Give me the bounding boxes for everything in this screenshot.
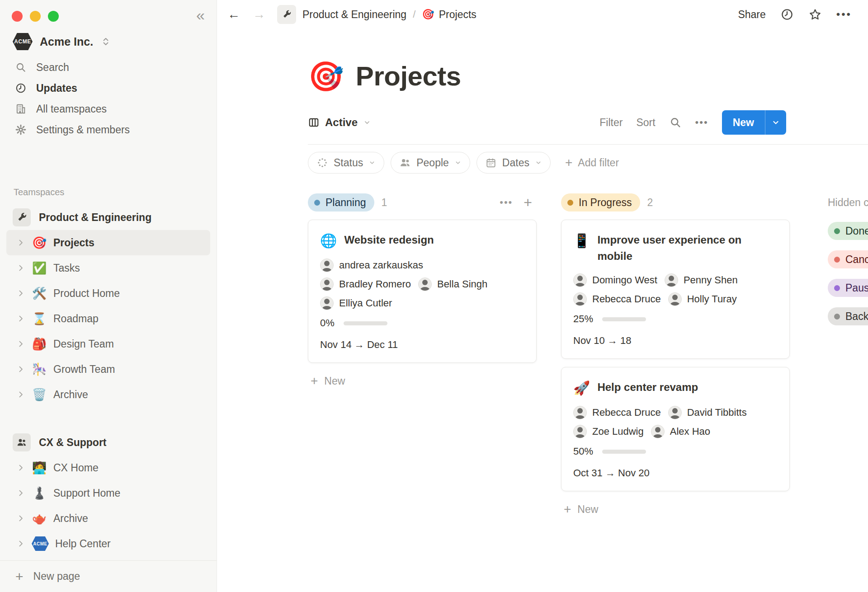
sidebar-item-cx-home[interactable]: 🧑‍💻 CX Home <box>6 455 210 480</box>
sidebar-teamspace-cx-support[interactable]: CX & Support <box>0 430 217 455</box>
close-window-button[interactable] <box>12 11 23 22</box>
chevron-right-icon[interactable] <box>16 263 25 273</box>
sidebar-item-archive-product[interactable]: 🗑️ Archive <box>6 382 210 407</box>
project-card-help-center-revamp[interactable]: 🚀 Help center revamp Rebecca Druce David… <box>561 367 790 491</box>
history-clock-icon[interactable] <box>780 8 794 21</box>
sidebar-item-updates[interactable]: Updates <box>0 78 217 99</box>
project-card-improve-mobile-ux[interactable]: 📱 Improve user experience on mobile Domi… <box>561 220 790 359</box>
sidebar-teamspace-product-engineering[interactable]: Product & Engineering <box>0 205 217 230</box>
view-tab-active[interactable]: Active <box>308 116 371 129</box>
page-title-emoji[interactable]: 🎯 <box>308 62 344 91</box>
sidebar-item-tasks[interactable]: ✅ Tasks <box>6 255 210 281</box>
column-add-icon[interactable]: + <box>524 195 532 210</box>
person[interactable]: Elliya Cutler <box>320 296 392 310</box>
sidebar-collapse-icon[interactable]: « <box>196 7 205 23</box>
sidebar-item-design-team[interactable]: 🎒 Design Team <box>6 331 210 357</box>
workspace-switcher[interactable]: ACME Acme Inc. <box>13 30 206 53</box>
sidebar-item-help-center[interactable]: ACME Help Center <box>6 531 210 556</box>
person[interactable]: Holly Turay <box>668 292 737 306</box>
sidebar-item-growth-team[interactable]: 🎠 Growth Team <box>6 357 210 382</box>
sidebar-item-support-home[interactable]: ♟️ Support Home <box>6 480 210 506</box>
zoom-window-button[interactable] <box>48 11 59 22</box>
status-pill-paused[interactable]: Paused <box>828 279 868 297</box>
view-more-icon[interactable]: ••• <box>695 117 708 128</box>
search-icon[interactable] <box>669 116 682 129</box>
new-page-button[interactable]: + New page <box>0 560 217 592</box>
status-pill-planning[interactable]: Planning <box>308 193 374 211</box>
sort-button[interactable]: Sort <box>636 117 655 129</box>
filter-button[interactable]: Filter <box>599 117 623 129</box>
avatar <box>573 273 587 287</box>
column-more-icon[interactable]: ••• <box>500 197 513 208</box>
status-label: In Progress <box>579 197 632 209</box>
chevron-right-icon[interactable] <box>16 514 25 523</box>
forward-arrow-button[interactable]: → <box>253 8 265 21</box>
sidebar-item-label: All teamspaces <box>36 103 107 115</box>
new-button[interactable]: New <box>722 110 786 135</box>
status-pill-in-progress[interactable]: In Progress <box>561 193 640 211</box>
share-button[interactable]: Share <box>738 9 765 21</box>
person[interactable]: Bella Singh <box>418 277 487 291</box>
chevron-right-icon[interactable] <box>16 289 25 298</box>
sidebar-item-product-home[interactable]: 🛠️ Product Home <box>6 281 210 306</box>
person-row: Elliya Cutler <box>320 296 524 310</box>
sidebar-item-roadmap[interactable]: ⌛ Roadmap <box>6 306 210 331</box>
back-arrow-button[interactable]: ← <box>227 8 240 21</box>
chevron-right-icon[interactable] <box>16 314 25 323</box>
card-emoji: 🚀 <box>573 379 590 397</box>
progress-label: 0% <box>320 317 335 329</box>
status-pill-cancelled[interactable]: Cancelled <box>828 250 868 268</box>
person[interactable]: Penny Shen <box>665 273 738 287</box>
view-tab-label: Active <box>325 116 358 129</box>
sidebar-item-all-teamspaces[interactable]: All teamspaces <box>0 99 217 119</box>
breadcrumb-teamspace-icon[interactable] <box>277 5 296 24</box>
person[interactable]: Bradley Romero <box>320 277 411 291</box>
chevron-right-icon[interactable] <box>16 365 25 374</box>
person[interactable]: Zoe Ludwig <box>573 425 644 438</box>
project-card-website-redesign[interactable]: 🌐 Website redesign andrea zarkauskas Bra… <box>308 220 537 363</box>
column-new-button[interactable]: + New <box>308 375 537 387</box>
new-button-label[interactable]: New <box>722 110 765 135</box>
filter-chip-people[interactable]: People <box>391 152 470 174</box>
page-title[interactable]: Projects <box>356 61 461 92</box>
column-new-button[interactable]: + New <box>561 503 790 516</box>
chevron-right-icon[interactable] <box>16 463 25 472</box>
chevron-right-icon[interactable] <box>16 238 25 247</box>
minimize-window-button[interactable] <box>30 11 41 22</box>
breadcrumb-teamspace[interactable]: Product & Engineering <box>302 9 406 21</box>
filter-chip-status[interactable]: Status <box>308 152 384 174</box>
person[interactable]: David Tibbitts <box>668 406 747 419</box>
filter-chip-dates[interactable]: Dates <box>476 152 551 174</box>
person-row: Rebecca Druce David Tibbitts <box>573 406 778 419</box>
favorite-star-icon[interactable] <box>808 8 822 21</box>
page-emoji: 🧑‍💻 <box>32 462 47 474</box>
breadcrumb-page[interactable]: Projects <box>439 9 476 21</box>
sidebar-item-search[interactable]: Search <box>0 57 217 78</box>
add-filter-button[interactable]: + Add filter <box>565 156 619 169</box>
sidebar-item-settings[interactable]: Settings & members <box>0 119 217 140</box>
person-name: Bradley Romero <box>339 278 411 290</box>
person[interactable]: andrea zarkauskas <box>320 258 423 272</box>
person[interactable]: Alex Hao <box>651 425 710 438</box>
person-name: andrea zarkauskas <box>339 259 423 271</box>
card-title-row: 🚀 Help center revamp <box>573 379 778 397</box>
chevron-right-icon[interactable] <box>16 390 25 399</box>
chevron-right-icon[interactable] <box>16 539 25 548</box>
column-count: 2 <box>647 197 653 209</box>
person[interactable]: Rebecca Druce <box>573 292 661 306</box>
status-pill-done[interactable]: Done <box>828 222 868 240</box>
people-icon <box>399 157 411 169</box>
sidebar-item-projects[interactable]: 🎯 Projects <box>6 230 210 255</box>
chevron-right-icon[interactable] <box>16 489 25 498</box>
more-options-icon[interactable]: ••• <box>836 9 852 20</box>
chevron-up-down-icon <box>100 36 111 47</box>
page-emoji: 🎯 <box>32 237 47 249</box>
person[interactable]: Rebecca Druce <box>573 406 661 419</box>
sidebar-item-archive-cx[interactable]: 🫖 Archive <box>6 506 210 531</box>
chevron-right-icon[interactable] <box>16 339 25 348</box>
help-center-logo-text: ACME <box>33 541 47 546</box>
person-name: David Tibbitts <box>687 407 747 418</box>
new-button-caret-icon[interactable] <box>765 110 786 135</box>
person[interactable]: Domingo West <box>573 273 657 287</box>
status-pill-backlog[interactable]: Backlog <box>828 307 868 325</box>
